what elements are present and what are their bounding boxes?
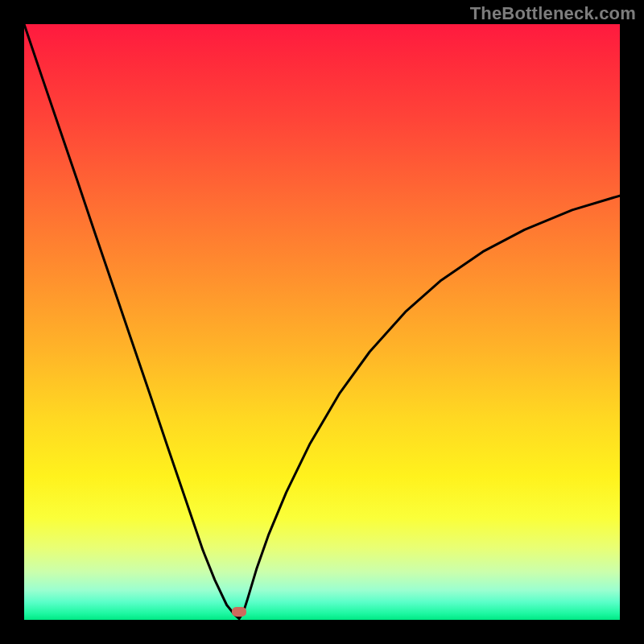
- optimum-marker: [232, 607, 246, 617]
- chart-frame: TheBottleneck.com: [0, 0, 644, 644]
- bottleneck-curve: [24, 24, 620, 620]
- watermark-text: TheBottleneck.com: [470, 3, 636, 24]
- plot-area: [24, 24, 620, 620]
